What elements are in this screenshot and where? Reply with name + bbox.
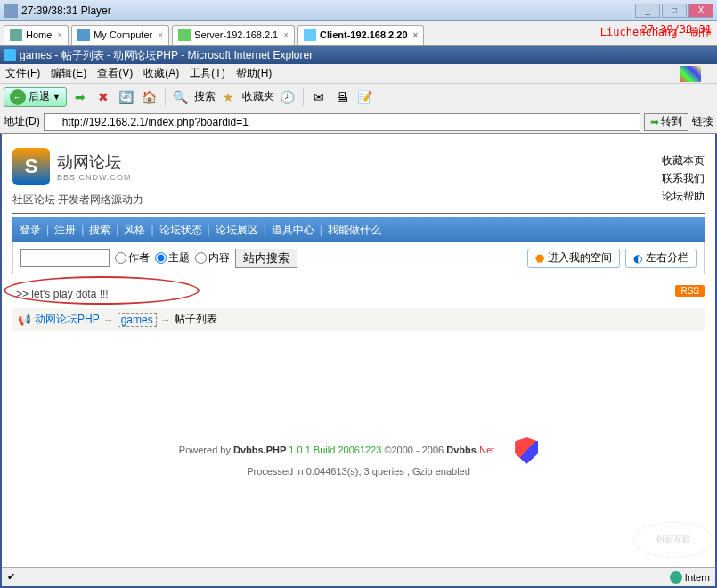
nav-items[interactable]: 道具中心	[272, 223, 314, 238]
url-input[interactable]	[44, 113, 640, 131]
breadcrumb: 📢 动网论坛PHP → games → 帖子列表	[12, 308, 705, 331]
menu-favorites[interactable]: 收藏(A)	[143, 66, 179, 81]
myspace-button[interactable]: ⬣进入我的空间	[527, 249, 620, 268]
close-icon[interactable]: ×	[283, 30, 289, 40]
menu-view[interactable]: 查看(V)	[97, 66, 133, 81]
ie-window-title: games - 帖子列表 - 动网论坛PHP - Microsoft Inter…	[0, 46, 717, 64]
search-button[interactable]: 站内搜索	[235, 249, 297, 268]
radio-content[interactable]: 内容	[195, 250, 230, 265]
nav-showcase[interactable]: 论坛展区	[216, 223, 258, 238]
menu-help[interactable]: 帮助(H)	[236, 66, 273, 81]
computer-icon	[77, 29, 90, 41]
search-icon[interactable]: 🔍	[171, 87, 191, 107]
forum-logo-subtext: BBS.CNDW.COM	[57, 173, 132, 182]
home-button[interactable]: 🏠	[140, 87, 159, 107]
nav-status[interactable]: 论坛状态	[159, 223, 202, 238]
bc-leaf: 帖子列表	[175, 312, 217, 327]
zone-label: Intern	[685, 572, 710, 583]
radio-author[interactable]: 作者	[115, 250, 150, 265]
space-icon: ⬣	[535, 252, 544, 265]
maximize-button[interactable]: □	[662, 4, 687, 18]
client-icon	[304, 29, 316, 41]
separator	[303, 88, 304, 106]
print-button[interactable]: 🖶	[332, 87, 352, 107]
announcement-row: >> let's play dota !!! RSS	[12, 285, 705, 303]
forum-slogan: 社区论坛·开发者网络源动力	[12, 192, 143, 208]
ie-addressbar: 地址(D) ➡转到 链接	[0, 110, 717, 134]
forum-logo-icon: S	[12, 148, 50, 185]
server-icon	[178, 29, 191, 41]
status-done-icon: ✔	[7, 571, 15, 583]
link-bookmark[interactable]: 收藏本页	[662, 151, 705, 169]
nav-search[interactable]: 搜索	[89, 223, 110, 238]
edit-button[interactable]: 📝	[355, 87, 375, 107]
side-links: 收藏本页 联系我们 论坛帮助	[662, 151, 705, 205]
split-icon: ◐	[633, 252, 642, 265]
radio-topic[interactable]: 主题	[155, 250, 190, 265]
bc-root[interactable]: 动网论坛PHP	[35, 312, 100, 327]
close-button[interactable]: X	[688, 4, 713, 18]
forum-header: S 动网论坛 BBS.CNDW.COM 社区论坛·开发者网络源动力 收藏本页 联…	[12, 148, 705, 214]
home-icon	[10, 29, 22, 41]
shield-icon	[515, 437, 538, 464]
nav-login[interactable]: 登录	[20, 223, 41, 238]
ie-statusbar: ✔ Intern	[2, 567, 715, 586]
menu-tools[interactable]: 工具(T)	[190, 66, 224, 81]
history-button[interactable]: 🕗	[278, 87, 297, 107]
link-help[interactable]: 论坛帮助	[662, 187, 705, 205]
globe-icon	[670, 571, 682, 584]
favorites-label[interactable]: 收藏夹	[242, 89, 274, 104]
close-icon[interactable]: ×	[57, 30, 62, 40]
back-arrow-icon: ←	[10, 89, 26, 105]
nav-register[interactable]: 注册	[54, 223, 76, 238]
player-title: 27:39/38:31 Player	[21, 4, 633, 17]
nav-style[interactable]: 风格	[124, 223, 145, 238]
refresh-button[interactable]: 🔄	[117, 87, 136, 107]
separator	[165, 88, 166, 106]
links-label[interactable]: 链接	[692, 114, 713, 129]
ie-icon	[4, 49, 16, 61]
menu-file[interactable]: 文件(F)	[5, 66, 40, 81]
mail-button[interactable]: ✉	[309, 87, 329, 107]
close-icon[interactable]: ×	[158, 30, 163, 40]
back-button[interactable]: ←后退▼	[4, 87, 67, 107]
address-label: 地址(D)	[4, 114, 40, 129]
author-overlay: Liuchenchang--制作	[600, 25, 712, 40]
split-button[interactable]: ◐左右分栏	[625, 249, 697, 268]
announcement-text[interactable]: >> let's play dota !!!	[16, 288, 109, 300]
go-button[interactable]: ➡转到	[644, 113, 688, 131]
favorites-icon[interactable]: ★	[219, 87, 239, 107]
ie-logo-icon	[680, 66, 701, 82]
speaker-icon: 📢	[18, 314, 31, 326]
bc-board[interactable]: games	[118, 313, 157, 327]
forum-footer: Powered by Dvbbs.PHP 1.0.1 Build 2006122…	[12, 437, 705, 478]
ie-menubar: 文件(F) 编辑(E) 查看(V) 收藏(A) 工具(T) 帮助(H)	[0, 64, 717, 84]
minimize-button[interactable]: _	[635, 4, 660, 18]
tab-server[interactable]: Server-192.168.2.1×	[172, 25, 295, 45]
player-titlebar: 27:39/38:31 Player _ □ X	[0, 0, 717, 21]
close-icon[interactable]: ×	[413, 30, 419, 40]
ie-toolbar: ←后退▼ ➡ ✖ 🔄 🏠 🔍 搜索 ★ 收藏夹 🕗 ✉ 🖶 📝	[0, 84, 717, 110]
tab-home[interactable]: Home×	[4, 25, 69, 45]
nav-what[interactable]: 我能做什么	[328, 223, 381, 238]
search-row: 作者 主题 内容 站内搜索 ⬣进入我的空间 ◐左右分栏	[12, 242, 705, 274]
search-input[interactable]	[20, 249, 110, 267]
menu-edit[interactable]: 编辑(E)	[51, 66, 86, 81]
search-label[interactable]: 搜索	[194, 89, 216, 104]
app-icon	[4, 4, 18, 18]
stop-button[interactable]: ✖	[94, 87, 113, 107]
tab-mycomputer[interactable]: My Computer×	[71, 25, 169, 45]
link-contact[interactable]: 联系我们	[662, 169, 705, 187]
forum-navbar: 登录| 注册| 搜索| 风格| 论坛状态| 论坛展区| 道具中心| 我能做什么	[12, 217, 705, 242]
rss-button[interactable]: RSS	[675, 285, 705, 297]
browser-viewport: S 动网论坛 BBS.CNDW.COM 社区论坛·开发者网络源动力 收藏本页 联…	[0, 134, 717, 588]
forward-button[interactable]: ➡	[70, 87, 90, 107]
tab-client[interactable]: Client-192.168.2.20×	[297, 25, 424, 45]
forum-logo-text: 动网论坛	[57, 151, 132, 173]
